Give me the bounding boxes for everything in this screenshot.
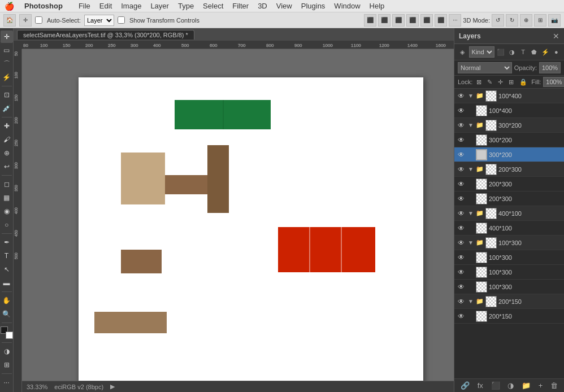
layer-adjustment-btn[interactable]: ◑ bbox=[505, 380, 516, 391]
layer-row[interactable]: 👁 200*300 bbox=[454, 177, 564, 191]
expand-icon[interactable]: ▼ bbox=[467, 166, 474, 172]
filter-smart-icon[interactable]: ⚡ bbox=[541, 47, 550, 57]
layer-row[interactable]: 👁 200*300 bbox=[454, 191, 564, 206]
align-bottom-icon[interactable]: ⬛ bbox=[435, 14, 447, 27]
fill-input[interactable] bbox=[543, 77, 564, 87]
opacity-input[interactable] bbox=[539, 62, 561, 73]
brush-tool[interactable]: 🖌 bbox=[1, 133, 13, 146]
path-select-tool[interactable]: ↖ bbox=[1, 263, 13, 276]
layer-row[interactable]: 👁 300*200 bbox=[454, 147, 564, 162]
expand-icon[interactable]: ▼ bbox=[467, 122, 474, 128]
layer-row[interactable]: 👁 400*100 bbox=[454, 221, 564, 236]
3d-icon1[interactable]: ↺ bbox=[492, 14, 504, 27]
zoom-tool[interactable]: 🔍 bbox=[1, 308, 13, 320]
shape-tool[interactable]: ▬ bbox=[1, 277, 13, 289]
pen-tool[interactable]: ✒ bbox=[1, 236, 13, 249]
menu-item-3d[interactable]: 3D bbox=[254, 2, 271, 10]
layer-row[interactable]: 👁 ▼ 📁 200*300 bbox=[454, 162, 564, 177]
filter-toggle-icon[interactable]: ● bbox=[552, 47, 561, 57]
visibility-icon[interactable]: 👁 bbox=[457, 151, 466, 159]
camera-icon[interactable]: 📷 bbox=[548, 14, 561, 27]
align-center-v-icon[interactable]: ⬛ bbox=[420, 14, 433, 27]
menu-item-select[interactable]: Select bbox=[199, 2, 227, 10]
3d-icon3[interactable]: ⊕ bbox=[520, 14, 532, 27]
lock-all-icon[interactable]: 🔒 bbox=[518, 78, 529, 86]
expand-icon[interactable]: ▼ bbox=[467, 210, 474, 216]
expand-icon[interactable]: ▼ bbox=[467, 93, 474, 99]
visibility-icon[interactable]: 👁 bbox=[457, 312, 466, 320]
document-tab[interactable]: selectSameAreaLayersTest.tif @ 33,3% (30… bbox=[17, 30, 194, 40]
auto-select-dropdown[interactable]: Layer Group bbox=[84, 15, 114, 26]
visibility-icon[interactable]: 👁 bbox=[457, 283, 466, 291]
layer-delete-btn[interactable]: 🗑 bbox=[548, 380, 560, 391]
lock-checkerboard-icon[interactable]: ⊠ bbox=[475, 78, 483, 86]
more-tools-btn[interactable]: ··· bbox=[1, 376, 13, 389]
magic-wand-tool[interactable]: ⚡ bbox=[1, 71, 13, 84]
panel-close-btn[interactable]: ✕ bbox=[553, 32, 559, 41]
visibility-icon[interactable]: 👁 bbox=[457, 121, 466, 129]
layer-row[interactable]: 👁 ▼ 📁 100*300 bbox=[454, 236, 564, 250]
move-tool-icon[interactable]: ✛ bbox=[19, 14, 32, 27]
crop-tool[interactable]: ⊡ bbox=[1, 89, 13, 101]
visibility-icon[interactable]: 👁 bbox=[457, 298, 466, 306]
layer-fx-btn[interactable]: fx bbox=[475, 380, 485, 391]
expand-icon[interactable]: ▼ bbox=[467, 239, 474, 246]
filter-adjustment-icon[interactable]: ◑ bbox=[507, 47, 517, 57]
move-tool[interactable]: ✛ bbox=[1, 31, 13, 43]
lock-artboard-icon[interactable]: ⊞ bbox=[507, 78, 515, 86]
filter-icon[interactable]: ◈ bbox=[458, 47, 467, 57]
blend-mode-select[interactable]: Normal Multiply Screen Overlay bbox=[458, 62, 512, 73]
menu-item-file[interactable]: File bbox=[75, 2, 94, 10]
gradient-tool[interactable]: ▦ bbox=[1, 191, 13, 204]
layer-row[interactable]: 👁 100*400 bbox=[454, 103, 564, 118]
auto-select-checkbox[interactable] bbox=[35, 16, 42, 24]
visibility-icon[interactable]: 👁 bbox=[457, 107, 466, 115]
filter-shape-icon[interactable]: ⬟ bbox=[530, 47, 539, 57]
apple-icon[interactable]: 🍎 bbox=[5, 2, 14, 11]
screen-mode-tool[interactable]: ⊞ bbox=[1, 359, 13, 371]
align-top-icon[interactable]: ⬛ bbox=[406, 14, 419, 27]
hand-tool[interactable]: ✋ bbox=[1, 294, 13, 307]
menu-item-type[interactable]: Type bbox=[175, 2, 197, 10]
blur-tool[interactable]: ◉ bbox=[1, 205, 13, 217]
visibility-icon[interactable]: 👁 bbox=[457, 165, 466, 173]
visibility-icon[interactable]: 👁 bbox=[457, 180, 466, 188]
layer-link-btn[interactable]: 🔗 bbox=[458, 380, 472, 391]
layer-row[interactable]: 👁 100*300 bbox=[454, 250, 564, 265]
layer-row[interactable]: 👁 200*150 bbox=[454, 309, 564, 324]
dodge-tool[interactable]: ○ bbox=[1, 219, 13, 231]
layer-group-btn[interactable]: 📁 bbox=[519, 380, 533, 391]
stamp-tool[interactable]: ⊕ bbox=[1, 147, 13, 159]
3d-icon2[interactable]: ↻ bbox=[506, 14, 518, 27]
layer-row[interactable]: 👁 ▼ 📁 400*100 bbox=[454, 206, 564, 221]
quick-mask-tool[interactable]: ◑ bbox=[1, 345, 13, 358]
layer-row[interactable]: 👁 ▼ 📁 200*150 bbox=[454, 294, 564, 309]
layer-row[interactable]: 👁 100*300 bbox=[454, 280, 564, 294]
layer-row[interactable]: 👁 ▼ 📁 100*400 bbox=[454, 89, 564, 103]
visibility-icon[interactable]: 👁 bbox=[457, 224, 466, 232]
menu-item-help[interactable]: Help bbox=[366, 2, 388, 10]
align-center-h-icon[interactable]: ⬛ bbox=[378, 14, 391, 27]
layer-row[interactable]: 👁 ▼ 📁 300*200 bbox=[454, 118, 564, 133]
visibility-icon[interactable]: 👁 bbox=[457, 92, 466, 100]
background-color[interactable] bbox=[6, 332, 13, 339]
canvas-viewport[interactable] bbox=[22, 49, 454, 381]
visibility-icon[interactable]: 👁 bbox=[457, 268, 466, 276]
status-arrow[interactable]: ▶ bbox=[110, 383, 115, 390]
layer-row[interactable]: 👁 100*300 bbox=[454, 265, 564, 280]
layer-mask-btn[interactable]: ⬛ bbox=[489, 380, 502, 391]
expand-icon[interactable]: ▼ bbox=[467, 298, 474, 304]
layer-new-btn[interactable]: + bbox=[536, 380, 545, 391]
visibility-icon[interactable]: 👁 bbox=[457, 239, 466, 247]
menu-item-window[interactable]: Window bbox=[331, 2, 363, 10]
menu-item-filter[interactable]: Filter bbox=[229, 2, 252, 10]
visibility-icon[interactable]: 👁 bbox=[457, 195, 466, 203]
align-left-icon[interactable]: ⬛ bbox=[364, 14, 376, 27]
align-right-icon[interactable]: ⬛ bbox=[392, 14, 405, 27]
rect-select-tool[interactable]: ▭ bbox=[1, 44, 13, 56]
heal-tool[interactable]: ✚ bbox=[1, 120, 13, 132]
text-tool[interactable]: T bbox=[1, 250, 13, 262]
eraser-tool[interactable]: ◻ bbox=[1, 178, 13, 190]
visibility-icon[interactable]: 👁 bbox=[457, 210, 466, 217]
menu-item-edit[interactable]: Edit bbox=[96, 2, 115, 10]
